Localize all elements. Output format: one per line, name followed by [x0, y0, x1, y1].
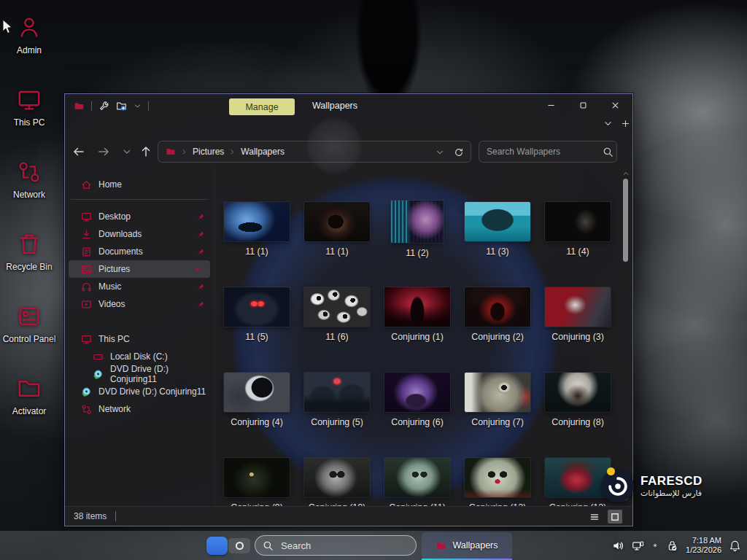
window-title-tab[interactable]: Wallpapers [306, 94, 364, 117]
file-item[interactable]: Conjuring (7) [457, 365, 538, 451]
file-name: Conjuring (2) [471, 332, 524, 342]
file-thumbnail [224, 458, 290, 497]
file-item[interactable]: 11 (2) [377, 195, 457, 280]
search-input[interactable] [479, 147, 603, 157]
manage-ribbon-tab[interactable]: Manage [229, 98, 295, 115]
file-thumbnail [465, 373, 530, 412]
file-item[interactable]: 11 (5) [217, 280, 297, 365]
file-item[interactable]: Conjuring (5) [297, 365, 377, 451]
properties-wrench-icon[interactable] [98, 101, 109, 112]
file-name: Conjuring (5) [311, 417, 363, 427]
start-button[interactable] [206, 537, 228, 555]
taskbar-search[interactable] [255, 535, 417, 556]
vertical-scrollbar[interactable] [622, 167, 630, 506]
widgets-toggle[interactable] [228, 538, 250, 553]
file-name: Conjuring (7) [471, 417, 524, 427]
file-item[interactable]: 11 (1) [297, 195, 377, 280]
breadcrumb-segment[interactable]: Wallpapers [224, 147, 285, 157]
scroll-up-arrow[interactable] [622, 170, 630, 177]
file-item[interactable]: Conjuring (2) [457, 280, 538, 365]
recent-locations-chevron[interactable] [122, 147, 132, 157]
file-thumbnail [304, 458, 370, 497]
security-shield-icon[interactable] [666, 540, 678, 552]
taskbar-search-input[interactable] [279, 540, 411, 552]
search-icon[interactable] [603, 147, 614, 158]
network-tray-icon[interactable] [632, 540, 644, 552]
maximize-icon [578, 101, 588, 110]
scrollbar-thumb[interactable] [623, 179, 628, 262]
pin-icon [197, 248, 205, 256]
file-thumbnail [304, 373, 370, 412]
sidebar-item[interactable]: Pictures [69, 260, 210, 278]
sidebar-item-icon [93, 369, 104, 380]
file-item[interactable]: 11 (1) [217, 195, 297, 280]
tab-collapse-button[interactable] [603, 119, 613, 128]
sidebar-tree-item[interactable]: This PC [65, 330, 214, 348]
sidebar-item-label: DVD Drive (D:) Conjuring11 [110, 364, 214, 384]
address-bar[interactable]: Pictures Wallpapers [158, 141, 471, 163]
sidebar-item[interactable]: Music [65, 278, 214, 295]
taskbar-task-wallpapers[interactable]: Wallpapers [422, 532, 512, 559]
up-button[interactable] [139, 145, 152, 158]
new-folder-icon[interactable] [116, 101, 127, 112]
clock[interactable]: 7:18 AM 1/23/2026 [686, 536, 721, 555]
address-dropdown-chevron[interactable] [436, 148, 444, 157]
desktop-icon[interactable]: Control Panel [1, 299, 57, 365]
sidebar-tree-item[interactable]: DVD Drive (D:) Conjuring11 [65, 365, 214, 383]
forward-button[interactable] [97, 145, 110, 158]
desktop-icon[interactable]: Network [1, 155, 57, 220]
sidebar-item[interactable]: Documents [65, 243, 214, 260]
breadcrumb-segment[interactable]: Pictures [176, 147, 224, 157]
sidebar-item[interactable]: Videos [65, 295, 214, 313]
volume-icon[interactable] [612, 540, 624, 552]
sidebar-tree-item[interactable]: DVD Drive (D:) Conjuring11 [65, 383, 214, 400]
details-view-button[interactable] [587, 510, 602, 524]
separator [148, 101, 149, 111]
file-item[interactable]: Conjuring (1) [377, 280, 457, 365]
sidebar-item-icon [93, 351, 104, 362]
sidebar-item-label: This PC [98, 334, 130, 344]
refresh-icon[interactable] [454, 147, 464, 158]
file-name: Conjuring (3) [551, 332, 604, 342]
thumbnail-view-button[interactable] [608, 510, 622, 524]
folder-icon [74, 101, 85, 112]
watermark-subtitle: فارس للإسطوانات [640, 489, 703, 498]
chevron-right-icon [229, 149, 236, 155]
chevron-down-icon[interactable] [133, 102, 142, 110]
file-item[interactable]: Conjuring (12) [457, 451, 538, 508]
desktop-icon[interactable]: Activator [1, 371, 57, 437]
list-view-icon [589, 512, 600, 522]
desktop-icon-label: Recycle Bin [6, 262, 52, 272]
sidebar-item-home[interactable]: Home [65, 176, 214, 193]
file-item[interactable]: 11 (6) [297, 280, 377, 365]
desktop-icon[interactable]: Recycle Bin [1, 227, 57, 292]
desktop-icon[interactable]: This PC [1, 82, 57, 148]
file-item[interactable]: 11 (4) [538, 195, 618, 280]
sidebar-tree-item[interactable]: Local Disk (C:) [65, 348, 214, 365]
file-item[interactable]: Conjuring (6) [377, 365, 457, 451]
new-tab-button[interactable] [621, 119, 630, 128]
file-item[interactable]: Conjuring (8) [538, 365, 618, 451]
minimize-button[interactable] [535, 94, 567, 116]
file-name: Conjuring (1) [391, 332, 444, 342]
breadcrumb-label: Pictures [193, 147, 224, 157]
file-name: 11 (4) [566, 246, 589, 257]
separator [91, 101, 92, 111]
file-item[interactable]: Conjuring (3) [538, 280, 618, 365]
tray-time: 7:18 AM [686, 536, 721, 545]
maximize-button[interactable] [567, 94, 599, 116]
sidebar-item[interactable]: Downloads [65, 225, 214, 243]
file-item[interactable]: Conjuring (11) [377, 451, 457, 508]
file-item[interactable]: Conjuring (10) [297, 451, 377, 508]
back-button[interactable] [72, 145, 85, 158]
file-name: Conjuring (4) [231, 417, 283, 427]
pin-icon [197, 213, 205, 221]
file-item[interactable]: 11 (3) [457, 195, 538, 280]
close-button[interactable] [599, 94, 631, 116]
sidebar-tree-item[interactable]: Network [65, 400, 214, 418]
file-item[interactable]: Conjuring (4) [217, 365, 297, 451]
file-item[interactable]: Conjuring (9) [217, 451, 297, 508]
desktop-icon-glyph [17, 159, 42, 185]
sidebar-item[interactable]: Desktop [65, 208, 214, 225]
notifications-bell-icon[interactable] [729, 540, 741, 552]
